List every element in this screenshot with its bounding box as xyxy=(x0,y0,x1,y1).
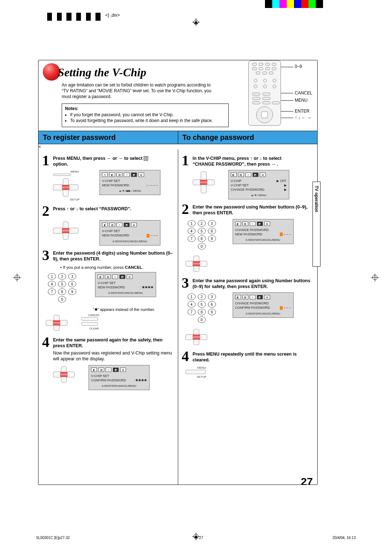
page-number-large: 27 xyxy=(301,475,313,485)
page-title: Setting the V-Chip xyxy=(58,66,146,81)
mini-remote: ENTER xyxy=(185,328,218,347)
star-note: “✱” appears instead of the number. xyxy=(93,307,174,312)
numpad: 123 456 789 0 xyxy=(185,292,218,324)
crosshair-top xyxy=(192,18,200,26)
tv-screen: ⟲◧▤≡◩⊠ V-CHIP SET NEW PASSWORD : – – – –… xyxy=(99,170,160,195)
remote-dpad xyxy=(256,106,273,123)
crosshair-right xyxy=(371,274,379,281)
step-1-left: 1 Press MENU, then press ← or → to selec… xyxy=(42,154,174,167)
mini-remote-cancel: CANCEL CLEAR xyxy=(81,313,107,330)
tv-screen: ◧▤≡◩⊠ V-CHIP SET NEW PASSWORD : ✱✱✱✱ 0-9… xyxy=(95,272,156,297)
mini-enter: ENTER xyxy=(62,185,69,190)
mini-remote: ENTER xyxy=(53,365,86,384)
intro-text: An age limitation can be set to forbid c… xyxy=(62,82,214,100)
remote-label-cancel: CANCEL xyxy=(295,90,313,96)
notes-heading: Notes: xyxy=(65,106,225,111)
content-frame: Setting the V-Chip An age limitation can… xyxy=(38,60,318,485)
step-text: Press MENU, then press ← or → to select xyxy=(53,156,143,161)
mini-label-menu: MENU xyxy=(53,170,97,173)
tv-screen: ◧▤≡◩⊠ V-CHIP ▶ OFF V-CHIP SET▶ CHANGE PA… xyxy=(228,170,289,199)
crosshair-left xyxy=(13,274,21,281)
mini-remote: ENTER xyxy=(46,313,78,332)
remote-body xyxy=(248,60,281,126)
step-2-left: 2 Press ↑ or ↓ to select “PASSWORD”. xyxy=(42,205,174,217)
remote-label-arrows: ↑ ↓ ← → xyxy=(295,115,311,120)
header-area: Setting the V-Chip An age limitation can… xyxy=(38,60,317,129)
note-item: If you forget the password, you cannot s… xyxy=(70,112,225,117)
step-text: option. xyxy=(53,162,68,167)
color-bars xyxy=(265,0,323,8)
tv-screen: ◧▤≡◩⊠ CHANGE PASSWORD CONFIRM PASSWORD –… xyxy=(233,292,294,318)
black-bars: <} ,div> xyxy=(47,13,120,21)
remote-illustration: 0–9 CANCEL MENU ENTER ↑ ↓ ← → xyxy=(245,60,314,129)
section-header-left: To register password xyxy=(38,131,178,144)
footer-right: 20/4/04, 16:13 xyxy=(332,536,356,540)
footer: 5L00301C [E]p27-32 27 20/4/04, 16:13 xyxy=(36,536,356,540)
step-4-left: 4 Enter the same password again for the … xyxy=(42,336,174,362)
mini-remote: ENTER xyxy=(53,220,97,241)
step-3-left: 3 Enter the password (4 digits) using Nu… xyxy=(42,249,174,262)
notes-box: Notes: If you forget the password, you c… xyxy=(62,104,229,127)
mini-remote: MENU ENTER SETUP xyxy=(53,170,97,201)
step-4-right: 4 Press MENU repeatedly until the menu s… xyxy=(182,350,314,363)
remote-label-enter: ENTER xyxy=(295,109,310,114)
remote-label-numbers: 0–9 xyxy=(295,64,302,69)
tv-screen: ◧▤≡◩⊠ CHANGE PASSWORD NEW PASSWORD – – –… xyxy=(233,219,294,244)
note-item: To avoid forgetting the password, write … xyxy=(70,118,225,123)
mini-remote: ENTER xyxy=(185,254,218,273)
lock-icon xyxy=(144,156,148,161)
footer-left: 5L00301C [E]p27-32 xyxy=(36,536,70,540)
col-register: 1 Press MENU, then press ← or → to selec… xyxy=(38,149,178,485)
mini-label-setup: SETUP xyxy=(53,198,97,201)
step-3-right: 3 Enter the same password again using Nu… xyxy=(182,277,314,290)
step-1-right: 1 In the V-CHIP menu, press ↑ or ↓ to se… xyxy=(182,154,314,167)
col-change: 1 In the V-CHIP menu, press ↑ or ↓ to se… xyxy=(178,149,318,485)
tv-screen: ◧▤≡◩⊠ V-CHIP SET CONFIRM PASSWORD : ✱✱✱✱… xyxy=(89,365,150,390)
footer-mid: 27 xyxy=(199,536,203,540)
step-2-right: 2 Enter the new password using Number bu… xyxy=(182,203,314,216)
numpad: 123 456 789 0 xyxy=(185,219,218,251)
section-header-right: To change password xyxy=(178,131,318,144)
tv-screen: ◧▤≡◩⊠ V-CHIP SET NEW PASSWORD – – – 0-9/… xyxy=(99,220,160,246)
mini-remote: ENTER xyxy=(193,170,225,195)
side-tab: TV operation xyxy=(313,182,320,267)
remote-label-menu: MENU xyxy=(295,98,307,103)
numpad: 123 456 789 0 xyxy=(46,272,78,304)
mini-remote: MENU SETUP xyxy=(185,366,218,378)
